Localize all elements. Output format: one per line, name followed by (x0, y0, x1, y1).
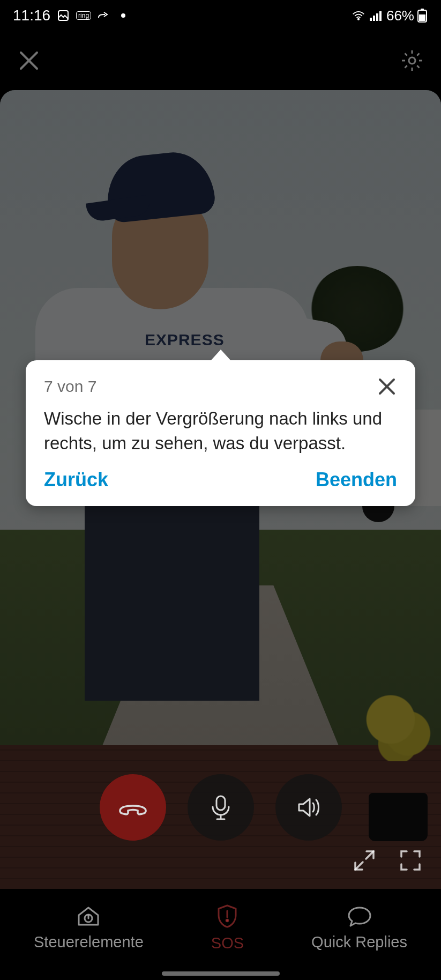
bottom-tab-bar: Steuerelemente SOS Quick Replies (0, 890, 441, 965)
tooltip-back-button[interactable]: Zurück (44, 469, 108, 491)
tab-quick-replies-label: Quick Replies (311, 933, 407, 951)
tooltip-step-counter: 7 von 7 (44, 377, 96, 396)
hangup-button[interactable] (100, 774, 166, 841)
svg-rect-6 (379, 11, 382, 21)
svg-rect-3 (370, 18, 372, 21)
tooltip-body-text: Wische in der Vergrößerung nach links un… (44, 406, 397, 456)
call-forward-icon (98, 9, 110, 22)
close-icon (17, 48, 41, 73)
hangup-icon (116, 791, 150, 824)
wifi-icon (352, 9, 365, 22)
fullscreen-button[interactable] (398, 848, 423, 873)
coachmark-tooltip: 7 von 7 Wische in der Vergrößerung nach … (26, 360, 415, 506)
svg-rect-5 (376, 13, 378, 21)
svg-rect-11 (216, 796, 225, 810)
gesture-nav-pill[interactable] (162, 971, 280, 976)
screen-root: 11:16 ring 66% (0, 0, 441, 980)
close-icon (377, 376, 397, 397)
tab-controls[interactable]: Steuerelemente (34, 904, 144, 951)
svg-point-2 (358, 19, 360, 20)
sos-shield-icon (215, 903, 239, 929)
gallery-icon (57, 9, 70, 22)
svg-point-10 (409, 57, 415, 64)
fullscreen-icon (398, 848, 423, 873)
svg-rect-8 (421, 9, 424, 10)
ring-app-icon: ring (76, 11, 91, 20)
signal-icon (369, 9, 382, 22)
settings-button[interactable] (397, 46, 427, 76)
tab-sos-label: SOS (211, 934, 244, 952)
tooltip-finish-button[interactable]: Beenden (316, 469, 397, 491)
speech-bubble-icon (346, 904, 373, 928)
microphone-button[interactable] (188, 774, 254, 841)
expand-icon (352, 848, 377, 873)
battery-icon (416, 8, 428, 23)
svg-rect-9 (419, 14, 425, 21)
status-time: 11:16 (13, 7, 50, 24)
svg-point-13 (227, 919, 229, 922)
viewport-icons (352, 848, 423, 873)
house-power-icon (76, 904, 101, 928)
speaker-icon (294, 792, 324, 822)
status-bar: 11:16 ring 66% (0, 0, 441, 31)
battery-indicator: 66% (386, 8, 428, 24)
status-bar-right: 66% (352, 8, 428, 24)
tooltip-arrow (210, 350, 231, 361)
tab-controls-label: Steuerelemente (34, 933, 144, 951)
tab-quick-replies[interactable]: Quick Replies (311, 904, 407, 951)
tab-sos[interactable]: SOS (211, 903, 244, 952)
svg-point-1 (121, 13, 125, 18)
tooltip-actions: Zurück Beenden (44, 469, 397, 491)
battery-text: 66% (386, 8, 414, 24)
svg-rect-4 (373, 16, 375, 21)
tooltip-header: 7 von 7 (44, 376, 397, 397)
top-app-bar (0, 31, 441, 90)
call-controls (0, 774, 441, 841)
close-button[interactable] (14, 46, 44, 76)
expand-view-button[interactable] (352, 848, 377, 873)
speaker-button[interactable] (275, 774, 342, 841)
status-bar-left: 11:16 ring (13, 7, 130, 24)
microphone-icon (206, 793, 235, 822)
gear-icon (400, 48, 424, 73)
notification-dot-icon (117, 9, 130, 22)
tooltip-close-button[interactable] (377, 376, 397, 397)
